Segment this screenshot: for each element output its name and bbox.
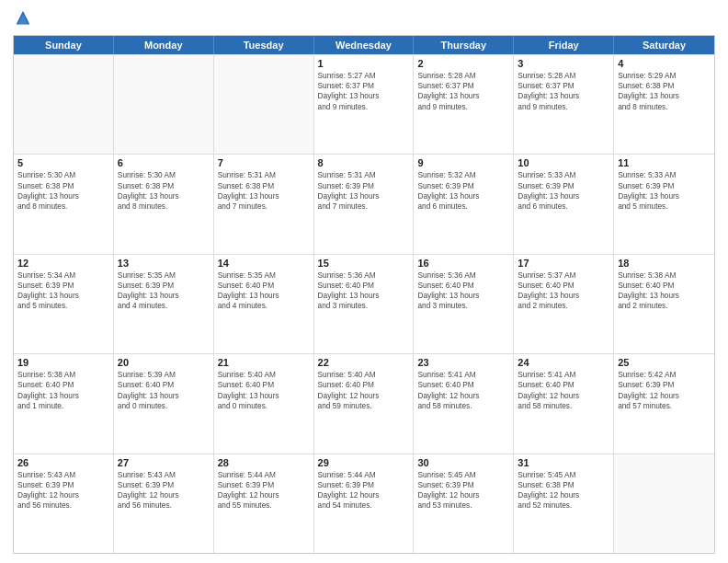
cell-line: and 4 minutes.	[118, 301, 210, 311]
day-number: 3	[518, 58, 609, 69]
cell-line: Sunset: 6:39 PM	[518, 181, 609, 191]
cell-line: Sunset: 6:40 PM	[318, 380, 410, 390]
cell-line: Sunrise: 5:38 AM	[618, 270, 711, 281]
cell-line: Sunset: 6:39 PM	[17, 281, 109, 291]
cell-line: Daylight: 13 hours	[417, 291, 509, 301]
header-cell-monday: Monday	[114, 36, 214, 54]
day-cell-18: 18Sunrise: 5:38 AMSunset: 6:40 PMDayligh…	[614, 255, 714, 353]
cell-line: Daylight: 13 hours	[618, 91, 711, 101]
cell-line: Sunset: 6:37 PM	[417, 81, 509, 91]
cell-line: Sunset: 6:39 PM	[318, 480, 410, 490]
day-cell-29: 29Sunrise: 5:44 AMSunset: 6:39 PMDayligh…	[314, 454, 415, 553]
cell-line: Sunset: 6:38 PM	[118, 181, 210, 191]
cell-line: Daylight: 13 hours	[17, 291, 109, 301]
cell-line: Sunset: 6:40 PM	[218, 380, 310, 390]
logo	[13, 9, 37, 29]
cell-line: Daylight: 13 hours	[417, 191, 509, 201]
cell-line: and 56 minutes.	[118, 500, 210, 511]
day-cell-9: 9Sunrise: 5:32 AMSunset: 6:39 PMDaylight…	[414, 155, 514, 253]
cell-line: Sunrise: 5:45 AM	[518, 470, 609, 480]
cell-line: Daylight: 13 hours	[17, 391, 109, 401]
day-number: 26	[17, 457, 109, 468]
cell-line: Daylight: 13 hours	[417, 91, 509, 101]
cell-line: Sunrise: 5:39 AM	[118, 370, 210, 380]
day-cell-30: 30Sunrise: 5:45 AMSunset: 6:39 PMDayligh…	[414, 454, 514, 553]
empty-cell	[114, 55, 214, 154]
cell-line: Daylight: 13 hours	[218, 291, 310, 301]
day-cell-31: 31Sunrise: 5:45 AMSunset: 6:38 PMDayligh…	[514, 454, 614, 553]
cell-line: Daylight: 12 hours	[218, 490, 310, 500]
cell-line: Daylight: 13 hours	[118, 391, 210, 401]
cell-line: and 0 minutes.	[118, 401, 210, 411]
cell-line: and 1 minute.	[17, 401, 109, 411]
calendar-row-4: 19Sunrise: 5:38 AMSunset: 6:40 PMDayligh…	[14, 353, 714, 453]
cell-line: Sunset: 6:38 PM	[518, 480, 609, 490]
cell-line: Daylight: 13 hours	[218, 191, 310, 201]
day-number: 31	[518, 457, 609, 468]
cell-line: Daylight: 13 hours	[318, 291, 410, 301]
day-number: 22	[318, 357, 410, 368]
cell-line: Sunrise: 5:40 AM	[318, 370, 410, 380]
cell-line: Daylight: 13 hours	[618, 291, 711, 301]
day-number: 7	[218, 157, 310, 168]
day-number: 4	[618, 58, 711, 69]
cell-line: Sunrise: 5:27 AM	[318, 71, 410, 81]
day-cell-1: 1Sunrise: 5:27 AMSunset: 6:37 PMDaylight…	[314, 55, 415, 154]
cell-line: Sunset: 6:40 PM	[618, 281, 711, 291]
day-cell-15: 15Sunrise: 5:36 AMSunset: 6:40 PMDayligh…	[314, 255, 415, 353]
day-number: 19	[17, 357, 109, 368]
day-number: 2	[417, 58, 509, 69]
calendar-body: 1Sunrise: 5:27 AMSunset: 6:37 PMDaylight…	[14, 54, 714, 553]
day-number: 8	[318, 157, 410, 168]
day-cell-2: 2Sunrise: 5:28 AMSunset: 6:37 PMDaylight…	[414, 55, 514, 154]
day-cell-27: 27Sunrise: 5:43 AMSunset: 6:39 PMDayligh…	[114, 454, 214, 553]
cell-line: Sunset: 6:39 PM	[618, 380, 711, 390]
cell-line: Daylight: 13 hours	[118, 291, 210, 301]
day-cell-3: 3Sunrise: 5:28 AMSunset: 6:37 PMDaylight…	[514, 55, 614, 154]
day-number: 21	[218, 357, 310, 368]
cell-line: Sunrise: 5:44 AM	[218, 470, 310, 480]
calendar-row-1: 1Sunrise: 5:27 AMSunset: 6:37 PMDaylight…	[14, 54, 714, 154]
day-cell-11: 11Sunrise: 5:33 AMSunset: 6:39 PMDayligh…	[614, 155, 714, 253]
cell-line: and 9 minutes.	[417, 102, 509, 112]
empty-cell	[14, 55, 114, 154]
day-cell-26: 26Sunrise: 5:43 AMSunset: 6:39 PMDayligh…	[14, 454, 114, 553]
day-cell-20: 20Sunrise: 5:39 AMSunset: 6:40 PMDayligh…	[114, 354, 214, 453]
cell-line: and 52 minutes.	[518, 500, 609, 511]
day-number: 11	[618, 157, 711, 168]
day-cell-5: 5Sunrise: 5:30 AMSunset: 6:38 PMDaylight…	[14, 155, 114, 253]
cell-line: Sunrise: 5:31 AM	[218, 170, 310, 180]
cell-line: Sunrise: 5:36 AM	[318, 270, 410, 281]
calendar-header: SundayMondayTuesdayWednesdayThursdayFrid…	[14, 36, 714, 54]
day-number: 5	[17, 157, 109, 168]
day-cell-22: 22Sunrise: 5:40 AMSunset: 6:40 PMDayligh…	[314, 354, 415, 453]
cell-line: Sunset: 6:40 PM	[518, 380, 609, 390]
day-cell-25: 25Sunrise: 5:42 AMSunset: 6:39 PMDayligh…	[614, 354, 714, 453]
day-cell-12: 12Sunrise: 5:34 AMSunset: 6:39 PMDayligh…	[14, 255, 114, 353]
page-header	[13, 9, 715, 29]
cell-line: Sunset: 6:37 PM	[318, 81, 410, 91]
day-number: 9	[417, 157, 509, 168]
cell-line: and 58 minutes.	[417, 401, 509, 411]
cell-line: Daylight: 13 hours	[118, 191, 210, 201]
cell-line: Sunrise: 5:31 AM	[318, 170, 410, 180]
cell-line: Sunset: 6:40 PM	[218, 281, 310, 291]
cell-line: Sunset: 6:37 PM	[518, 81, 609, 91]
day-number: 10	[518, 157, 609, 168]
calendar-row-3: 12Sunrise: 5:34 AMSunset: 6:39 PMDayligh…	[14, 254, 714, 353]
day-number: 30	[417, 457, 509, 468]
cell-line: Sunrise: 5:36 AM	[417, 270, 509, 281]
cell-line: Sunset: 6:38 PM	[618, 81, 711, 91]
cell-line: and 53 minutes.	[417, 500, 509, 511]
day-cell-7: 7Sunrise: 5:31 AMSunset: 6:38 PMDaylight…	[214, 155, 314, 253]
day-cell-24: 24Sunrise: 5:41 AMSunset: 6:40 PMDayligh…	[514, 354, 614, 453]
cell-line: and 8 minutes.	[618, 102, 711, 112]
day-number: 16	[417, 258, 509, 269]
cell-line: and 8 minutes.	[17, 201, 109, 212]
cell-line: Sunrise: 5:40 AM	[218, 370, 310, 380]
day-number: 29	[318, 457, 410, 468]
cell-line: and 6 minutes.	[518, 201, 609, 212]
cell-line: and 2 minutes.	[618, 301, 711, 311]
cell-line: and 58 minutes.	[518, 401, 609, 411]
cell-line: Sunrise: 5:33 AM	[518, 170, 609, 180]
